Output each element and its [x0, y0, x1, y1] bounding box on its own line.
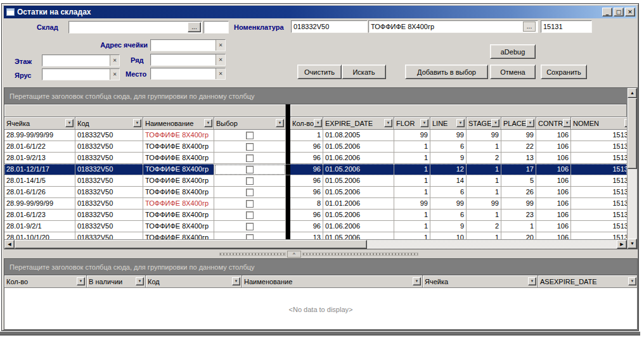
- cell-stage[interactable]: 1: [467, 232, 501, 239]
- filter-dropdown-icon[interactable]: ▼: [563, 119, 571, 127]
- scroll-up-icon[interactable]: ▲: [628, 88, 637, 98]
- checkbox-icon[interactable]: [246, 154, 254, 162]
- checkbox-icon[interactable]: [246, 189, 254, 196]
- column-header--[interactable]: Ячейка▼: [423, 275, 538, 288]
- cell-contr[interactable]: 106: [536, 232, 571, 239]
- horizontal-scrollbar[interactable]: ◀ ▶: [4, 239, 627, 249]
- checkbox-icon[interactable]: [246, 211, 254, 219]
- cell-select-checkbox[interactable]: [214, 175, 286, 187]
- cell-cell[interactable]: 28.01-6/1/26: [4, 187, 75, 198]
- cell-select-checkbox[interactable]: [214, 141, 286, 153]
- titlebar[interactable]: Остатки на складах _ □ ✕: [4, 6, 636, 18]
- cell-nomen[interactable]: 15131: [571, 221, 627, 232]
- cell-flor[interactable]: 99: [394, 130, 430, 141]
- table-row[interactable]: 28.01-10/1/20018332V50ТОФФИФЕ 8Х400гр130…: [4, 232, 627, 239]
- search-button[interactable]: Искать: [342, 65, 386, 79]
- vertical-scrollbar-thumb[interactable]: [628, 98, 637, 169]
- place-input[interactable]: [151, 68, 216, 79]
- filter-dropdown-icon[interactable]: ▼: [77, 277, 85, 285]
- nomenclature-code-input[interactable]: [292, 21, 367, 32]
- clear-button[interactable]: Очистить: [297, 65, 342, 79]
- cell-cell[interactable]: 28.01-10/1/20: [4, 232, 75, 239]
- cell-code[interactable]: 018332V50: [75, 198, 143, 210]
- cell-expire[interactable]: 01.08.2005: [323, 130, 394, 141]
- column-header-cell[interactable]: Ячейка▼: [4, 117, 75, 130]
- nomenclature-browse-button[interactable]: ...: [523, 22, 536, 32]
- floor-input[interactable]: [42, 55, 110, 66]
- maximize-button[interactable]: □: [614, 8, 624, 16]
- cell-nomen[interactable]: 15131: [571, 210, 627, 221]
- cell-qty[interactable]: 96: [290, 210, 323, 221]
- cell-code[interactable]: 018332V50: [75, 175, 143, 187]
- cell-name[interactable]: ТОФФИФЕ 8Х400гр: [143, 130, 214, 141]
- vertical-scrollbar-track[interactable]: [628, 169, 637, 239]
- cell-code[interactable]: 018332V50: [75, 221, 143, 232]
- cell-code[interactable]: 018332V50: [75, 164, 143, 175]
- cell-code[interactable]: 018332V50: [75, 153, 143, 164]
- cell-code[interactable]: 018332V50: [75, 130, 143, 141]
- table-row[interactable]: 28.01-6/1/26018332V50ТОФФИФЕ 8Х400гр9601…: [4, 187, 627, 198]
- cell-line[interactable]: 14: [430, 175, 467, 187]
- column-header--[interactable]: Наименование▼: [242, 275, 423, 288]
- filter-dropdown-icon[interactable]: ▼: [204, 119, 212, 127]
- cell-select-checkbox[interactable]: [214, 198, 286, 210]
- cell-nomen[interactable]: 15131: [571, 130, 627, 141]
- cell-code[interactable]: 018332V50: [75, 232, 143, 239]
- cell-name[interactable]: ТОФФИФЕ 8Х400гр: [143, 153, 214, 164]
- column-header--[interactable]: Кол-во▼: [4, 275, 87, 288]
- column-header--[interactable]: Код▼: [146, 275, 242, 288]
- cell-place[interactable]: 5: [501, 175, 536, 187]
- checkbox-icon[interactable]: [246, 223, 254, 230]
- cell-cell[interactable]: 28.01-6/1/22: [4, 141, 75, 153]
- cell-contr[interactable]: 106: [536, 198, 571, 210]
- warehouse-code-input[interactable]: [204, 22, 228, 33]
- cell-stage[interactable]: 2: [467, 153, 501, 164]
- cell-name[interactable]: ТОФФИФЕ 8Х400гр: [143, 198, 214, 210]
- filter-dropdown-icon[interactable]: ▼: [384, 119, 392, 127]
- cell-name[interactable]: ТОФФИФЕ 8Х400гр: [143, 164, 214, 175]
- checkbox-icon[interactable]: [246, 200, 254, 208]
- cell-expire[interactable]: 01.05.2006: [323, 141, 394, 153]
- table-row[interactable]: 28.01-9/2/13018332V50ТОФФИФЕ 8Х400гр9601…: [4, 153, 627, 164]
- cell-stage[interactable]: 1: [467, 175, 501, 187]
- cell-stage[interactable]: 1: [467, 187, 501, 198]
- scroll-down-icon[interactable]: ▼: [628, 239, 637, 249]
- warehouse-browse-button[interactable]: ...: [188, 22, 201, 32]
- selection-grid-groupby-panel[interactable]: Перетащите заголовок столбца сюда, для г…: [4, 259, 637, 275]
- cell-nomen[interactable]: 15131: [571, 153, 627, 164]
- cell-qty[interactable]: 96: [290, 187, 323, 198]
- cell-place[interactable]: 17: [501, 164, 536, 175]
- close-button[interactable]: ✕: [625, 8, 635, 16]
- cell-contr[interactable]: 106: [536, 210, 571, 221]
- cell-line[interactable]: 99: [430, 130, 467, 141]
- cell-line[interactable]: 6: [430, 210, 467, 221]
- tier-input[interactable]: [42, 69, 110, 80]
- cell-nomen[interactable]: 15131: [571, 187, 627, 198]
- cell-nomen[interactable]: 15131: [571, 164, 627, 175]
- filter-dropdown-icon[interactable]: ▼: [420, 119, 428, 127]
- cell-select-checkbox[interactable]: [214, 164, 286, 175]
- cell-select-checkbox[interactable]: [214, 153, 286, 164]
- cell-qty[interactable]: 96: [290, 175, 323, 187]
- cell-expire[interactable]: 01.06.2006: [323, 153, 394, 164]
- cell-cell[interactable]: 28.01-9/2/1: [4, 221, 75, 232]
- cell-nomen[interactable]: 15131: [571, 141, 627, 153]
- row-clear-icon[interactable]: ✕: [216, 54, 225, 65]
- checkbox-icon[interactable]: [246, 166, 254, 173]
- cell-place[interactable]: 26: [501, 187, 536, 198]
- cell-qty[interactable]: 1: [290, 130, 323, 141]
- cell-select-checkbox[interactable]: [214, 130, 286, 141]
- cell-qty[interactable]: 13: [290, 232, 323, 239]
- band-cell-fixed[interactable]: [4, 104, 286, 117]
- cell-flor[interactable]: 1: [394, 141, 430, 153]
- filter-dropdown-icon[interactable]: ▼: [413, 277, 421, 285]
- table-row[interactable]: 28.01-14/1/5018332V50ТОФФИФЕ 8Х400гр9601…: [4, 175, 627, 187]
- cell-select-checkbox[interactable]: [214, 221, 286, 232]
- cell-nomen[interactable]: 15131: [571, 175, 627, 187]
- cell-stage[interactable]: 1: [467, 210, 501, 221]
- horizontal-scrollbar-thumb[interactable]: [15, 240, 367, 249]
- column-header-expire[interactable]: EXPIRE_DATE▼: [323, 117, 394, 130]
- grid-splitter[interactable]: ^: [4, 250, 638, 258]
- cell-flor[interactable]: 1: [394, 164, 430, 175]
- cell-flor[interactable]: 1: [394, 153, 430, 164]
